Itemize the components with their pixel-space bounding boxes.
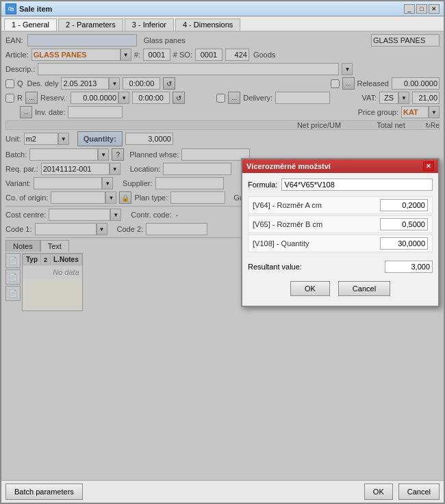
batch-params-button[interactable]: Batch parameters bbox=[5, 483, 83, 500]
modal-close-button[interactable]: ✕ bbox=[423, 161, 434, 171]
modal-body: Formula: [V64] - Rozměr A cm [V65] - Roz… bbox=[242, 173, 438, 306]
tab-general[interactable]: 1 - General bbox=[4, 18, 57, 31]
var-input-0[interactable] bbox=[380, 199, 428, 211]
cancel-button[interactable]: Cancel bbox=[398, 483, 440, 500]
modal-title-bar: Vícerozměrné množství ✕ bbox=[242, 159, 438, 173]
tab-inferior[interactable]: 3 - Inferior bbox=[125, 18, 174, 31]
result-row: Resultant value: bbox=[248, 261, 433, 273]
minimize-button[interactable]: _ bbox=[404, 4, 415, 14]
title-bar: 🛍 Sale item _ □ ✕ bbox=[1, 1, 444, 16]
var-input-2[interactable] bbox=[380, 237, 428, 250]
var-label-0: [V64] - Rozměr A cm bbox=[253, 201, 380, 209]
tab-bar: 1 - General 2 - Parameters 3 - Inferior … bbox=[1, 16, 444, 31]
formula-label: Formula: bbox=[248, 181, 277, 189]
result-input[interactable] bbox=[385, 261, 433, 273]
main-window: 🛍 Sale item _ □ ✕ 1 - General 2 - Parame… bbox=[0, 0, 445, 504]
tab-dimensions[interactable]: 4 - Dimensions bbox=[175, 18, 240, 31]
close-button[interactable]: ✕ bbox=[429, 4, 440, 14]
formula-input[interactable] bbox=[281, 178, 433, 191]
ok-button[interactable]: OK bbox=[364, 483, 393, 500]
modal-footer: OK Cancel bbox=[248, 278, 433, 300]
tab-parameters[interactable]: 2 - Parameters bbox=[58, 18, 123, 31]
var-label-1: [V65] - Rozměr B cm bbox=[253, 220, 380, 228]
footer: Batch parameters OK Cancel bbox=[1, 480, 444, 503]
var-row-2: [V108] - Quantity bbox=[248, 235, 433, 252]
var-row-0: [V64] - Rozměr A cm bbox=[248, 196, 433, 214]
modal-title-text: Vícerozměrné množství bbox=[246, 162, 331, 170]
formula-row: Formula: bbox=[248, 178, 433, 191]
main-content: EAN: Glass panes Article: ▼ #: # SO: Goo… bbox=[1, 31, 444, 480]
title-controls: _ □ ✕ bbox=[404, 4, 440, 14]
var-input-1[interactable] bbox=[380, 218, 428, 230]
modal-cancel-button[interactable]: Cancel bbox=[338, 281, 390, 296]
maximize-button[interactable]: □ bbox=[416, 4, 427, 14]
var-label-2: [V108] - Quantity bbox=[253, 239, 380, 248]
result-label: Resultant value: bbox=[248, 263, 385, 271]
var-row-1: [V65] - Rozměr B cm bbox=[248, 215, 433, 233]
window-title: Sale item bbox=[19, 5, 404, 13]
window-icon: 🛍 bbox=[5, 3, 16, 14]
modal-ok-button[interactable]: OK bbox=[290, 281, 330, 296]
footer-right-buttons: OK Cancel bbox=[364, 483, 440, 500]
modal-dialog: Vícerozměrné množství ✕ Formula: [V64] -… bbox=[241, 158, 440, 307]
